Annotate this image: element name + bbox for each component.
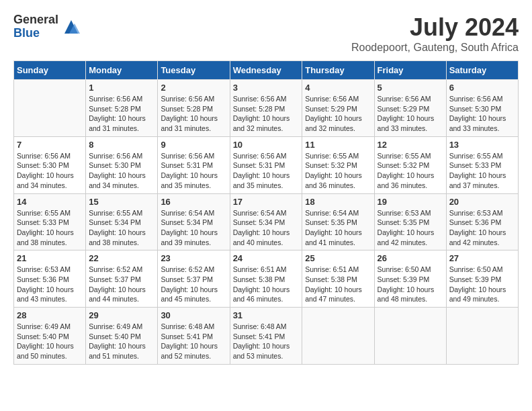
day-number: 19	[378, 197, 443, 207]
day-cell: 18Sunrise: 6:54 AM Sunset: 5:35 PM Dayli…	[302, 193, 374, 250]
page-header: General Blue July 2024 Roodepoort, Gaute…	[13, 13, 519, 54]
day-cell: 31Sunrise: 6:48 AM Sunset: 5:41 PM Dayli…	[230, 308, 302, 365]
day-number: 6	[449, 83, 515, 93]
day-info: Sunrise: 6:52 AM Sunset: 5:37 PM Dayligh…	[89, 265, 154, 304]
day-cell: 19Sunrise: 6:53 AM Sunset: 5:35 PM Dayli…	[374, 193, 446, 250]
day-info: Sunrise: 6:54 AM Sunset: 5:35 PM Dayligh…	[305, 208, 371, 248]
day-info: Sunrise: 6:56 AM Sunset: 5:31 PM Dayligh…	[233, 151, 300, 191]
day-cell: 22Sunrise: 6:52 AM Sunset: 5:37 PM Dayli…	[86, 250, 158, 308]
day-cell: 16Sunrise: 6:54 AM Sunset: 5:34 PM Dayli…	[158, 193, 230, 250]
day-info: Sunrise: 6:50 AM Sunset: 5:39 PM Dayligh…	[449, 265, 515, 304]
day-info: Sunrise: 6:49 AM Sunset: 5:40 PM Dayligh…	[17, 322, 83, 361]
day-number: 22	[89, 253, 154, 263]
day-number: 7	[17, 140, 83, 150]
logo-icon	[61, 17, 81, 37]
day-info: Sunrise: 6:48 AM Sunset: 5:41 PM Dayligh…	[161, 322, 226, 361]
day-info: Sunrise: 6:48 AM Sunset: 5:41 PM Dayligh…	[233, 322, 300, 361]
header-saturday: Saturday	[446, 61, 518, 80]
day-info: Sunrise: 6:53 AM Sunset: 5:36 PM Dayligh…	[449, 208, 515, 248]
day-info: Sunrise: 6:56 AM Sunset: 5:31 PM Dayligh…	[161, 151, 226, 191]
day-cell: 30Sunrise: 6:48 AM Sunset: 5:41 PM Dayli…	[158, 308, 230, 365]
day-cell: 26Sunrise: 6:50 AM Sunset: 5:39 PM Dayli…	[374, 250, 446, 308]
day-number: 29	[89, 310, 154, 320]
day-info: Sunrise: 6:53 AM Sunset: 5:35 PM Dayligh…	[378, 208, 443, 248]
day-info: Sunrise: 6:56 AM Sunset: 5:30 PM Dayligh…	[17, 151, 83, 191]
day-info: Sunrise: 6:51 AM Sunset: 5:38 PM Dayligh…	[233, 265, 300, 304]
header-sunday: Sunday	[14, 61, 86, 80]
day-cell: 20Sunrise: 6:53 AM Sunset: 5:36 PM Dayli…	[446, 193, 518, 250]
day-cell: 3Sunrise: 6:56 AM Sunset: 5:28 PM Daylig…	[230, 80, 302, 137]
day-cell: 11Sunrise: 6:55 AM Sunset: 5:32 PM Dayli…	[302, 136, 374, 193]
day-number: 15	[89, 197, 154, 207]
day-info: Sunrise: 6:55 AM Sunset: 5:32 PM Dayligh…	[378, 151, 443, 191]
day-info: Sunrise: 6:56 AM Sunset: 5:29 PM Dayligh…	[378, 94, 443, 134]
day-number: 18	[305, 197, 371, 207]
logo-general: General	[13, 13, 58, 27]
month-title: July 2024	[351, 13, 519, 42]
day-cell	[446, 308, 518, 365]
day-info: Sunrise: 6:56 AM Sunset: 5:29 PM Dayligh…	[305, 94, 371, 134]
week-row-2: 14Sunrise: 6:55 AM Sunset: 5:33 PM Dayli…	[14, 193, 519, 250]
day-cell	[302, 308, 374, 365]
day-number: 9	[161, 140, 226, 150]
day-info: Sunrise: 6:55 AM Sunset: 5:33 PM Dayligh…	[17, 208, 83, 248]
day-info: Sunrise: 6:52 AM Sunset: 5:37 PM Dayligh…	[161, 265, 226, 304]
day-info: Sunrise: 6:56 AM Sunset: 5:30 PM Dayligh…	[89, 151, 154, 191]
day-number: 28	[17, 310, 83, 320]
logo: General Blue	[13, 13, 81, 40]
header-thursday: Thursday	[302, 61, 374, 80]
day-number: 25	[305, 253, 371, 263]
week-row-4: 28Sunrise: 6:49 AM Sunset: 5:40 PM Dayli…	[14, 308, 519, 365]
day-cell: 15Sunrise: 6:55 AM Sunset: 5:34 PM Dayli…	[86, 193, 158, 250]
location-title: Roodepoort, Gauteng, South Africa	[351, 42, 519, 54]
day-info: Sunrise: 6:55 AM Sunset: 5:32 PM Dayligh…	[305, 151, 371, 191]
day-cell: 8Sunrise: 6:56 AM Sunset: 5:30 PM Daylig…	[86, 136, 158, 193]
logo-blue: Blue	[13, 27, 58, 40]
day-number: 16	[161, 197, 226, 207]
day-number: 2	[161, 83, 226, 93]
day-info: Sunrise: 6:49 AM Sunset: 5:40 PM Dayligh…	[89, 322, 154, 361]
title-area: July 2024 Roodepoort, Gauteng, South Afr…	[351, 13, 519, 54]
day-number: 30	[161, 310, 226, 320]
day-cell: 7Sunrise: 6:56 AM Sunset: 5:30 PM Daylig…	[14, 136, 86, 193]
day-cell: 10Sunrise: 6:56 AM Sunset: 5:31 PM Dayli…	[230, 136, 302, 193]
day-cell: 4Sunrise: 6:56 AM Sunset: 5:29 PM Daylig…	[302, 80, 374, 137]
day-number: 26	[378, 253, 443, 263]
day-cell: 1Sunrise: 6:56 AM Sunset: 5:28 PM Daylig…	[86, 80, 158, 137]
day-number: 31	[233, 310, 300, 320]
day-info: Sunrise: 6:54 AM Sunset: 5:34 PM Dayligh…	[233, 208, 300, 248]
day-cell: 23Sunrise: 6:52 AM Sunset: 5:37 PM Dayli…	[158, 250, 230, 308]
day-number: 17	[233, 197, 300, 207]
day-info: Sunrise: 6:56 AM Sunset: 5:28 PM Dayligh…	[233, 94, 300, 134]
day-number: 13	[449, 140, 515, 150]
day-cell: 27Sunrise: 6:50 AM Sunset: 5:39 PM Dayli…	[446, 250, 518, 308]
week-row-1: 7Sunrise: 6:56 AM Sunset: 5:30 PM Daylig…	[14, 136, 519, 193]
header-tuesday: Tuesday	[158, 61, 230, 80]
header-row: SundayMondayTuesdayWednesdayThursdayFrid…	[14, 61, 519, 80]
day-cell: 9Sunrise: 6:56 AM Sunset: 5:31 PM Daylig…	[158, 136, 230, 193]
day-info: Sunrise: 6:56 AM Sunset: 5:28 PM Dayligh…	[89, 94, 154, 134]
day-number: 20	[449, 197, 515, 207]
day-number: 11	[305, 140, 371, 150]
day-info: Sunrise: 6:56 AM Sunset: 5:30 PM Dayligh…	[449, 94, 515, 134]
day-number: 4	[305, 83, 371, 93]
day-number: 14	[17, 197, 83, 207]
day-info: Sunrise: 6:54 AM Sunset: 5:34 PM Dayligh…	[161, 208, 226, 248]
week-row-0: 1Sunrise: 6:56 AM Sunset: 5:28 PM Daylig…	[14, 80, 519, 137]
day-number: 27	[449, 253, 515, 263]
day-number: 3	[233, 83, 300, 93]
day-cell: 29Sunrise: 6:49 AM Sunset: 5:40 PM Dayli…	[86, 308, 158, 365]
header-wednesday: Wednesday	[230, 61, 302, 80]
day-cell: 24Sunrise: 6:51 AM Sunset: 5:38 PM Dayli…	[230, 250, 302, 308]
day-cell: 14Sunrise: 6:55 AM Sunset: 5:33 PM Dayli…	[14, 193, 86, 250]
day-info: Sunrise: 6:55 AM Sunset: 5:33 PM Dayligh…	[449, 151, 515, 191]
day-number: 5	[378, 83, 443, 93]
day-cell: 6Sunrise: 6:56 AM Sunset: 5:30 PM Daylig…	[446, 80, 518, 137]
day-cell: 28Sunrise: 6:49 AM Sunset: 5:40 PM Dayli…	[14, 308, 86, 365]
day-info: Sunrise: 6:53 AM Sunset: 5:36 PM Dayligh…	[17, 265, 83, 304]
day-cell: 21Sunrise: 6:53 AM Sunset: 5:36 PM Dayli…	[14, 250, 86, 308]
day-cell: 2Sunrise: 6:56 AM Sunset: 5:28 PM Daylig…	[158, 80, 230, 137]
day-number: 24	[233, 253, 300, 263]
day-cell	[14, 80, 86, 137]
day-cell: 25Sunrise: 6:51 AM Sunset: 5:38 PM Dayli…	[302, 250, 374, 308]
